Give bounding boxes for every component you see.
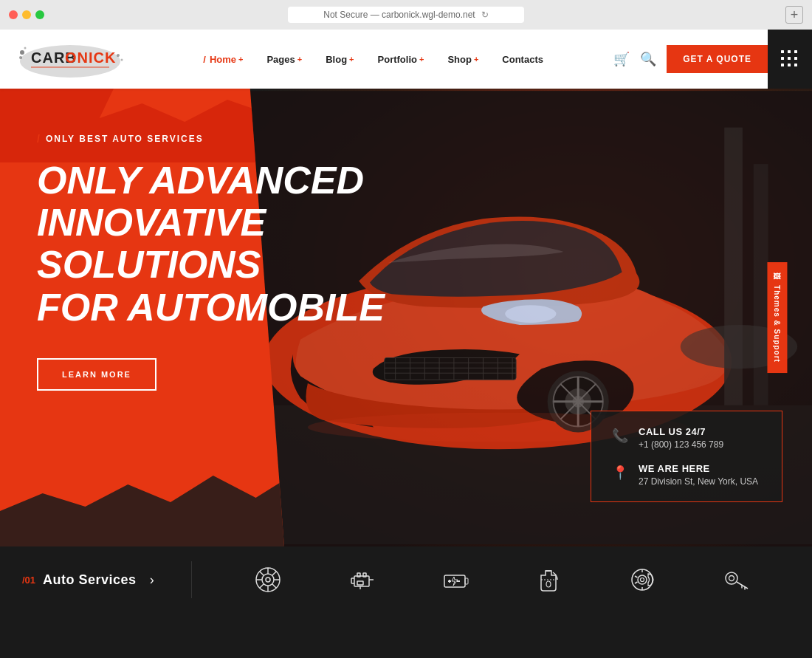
themes-support-tab[interactable]: 🖼 Themes & Support (768, 262, 788, 373)
svg-line-47 (272, 572, 277, 576)
service-icon-oil[interactable] (534, 565, 563, 594)
bottom-bar: /01 Auto Services › (0, 546, 812, 658)
url-text: Not Secure — carbonick.wgl-demo.net (323, 10, 475, 20)
header-actions: 🛒 🔍 GET A QUOTE (613, 45, 768, 73)
engine-icon (347, 565, 376, 594)
svg-line-45 (260, 572, 264, 576)
grid-dots (781, 50, 799, 68)
location-icon: 📍 (612, 465, 628, 481)
nav-contacts-label: Contacts (502, 54, 543, 65)
themes-icon: 🖼 (774, 273, 782, 281)
service-icon-key[interactable] (721, 565, 751, 594)
svg-point-5 (121, 58, 123, 61)
eyebrow-slash: / (37, 133, 41, 145)
svg-point-74 (729, 576, 734, 581)
svg-line-48 (260, 584, 264, 589)
dot (788, 57, 791, 60)
phone-value: +1 (800) 123 456 789 (639, 439, 723, 450)
brake-icon (627, 565, 657, 594)
nav-item-pages[interactable]: Pages + (256, 48, 312, 71)
svg-point-67 (638, 575, 647, 584)
close-button[interactable] (9, 10, 18, 19)
get-quote-button[interactable]: GET A QUOTE (667, 45, 768, 73)
services-number: /01 (22, 575, 35, 586)
nav-home-plus: + (238, 55, 243, 64)
service-icon-wheel[interactable] (253, 565, 283, 594)
hero-title-line1: Only Advanced (37, 159, 364, 202)
traffic-lights (9, 10, 44, 19)
nav-pages-plus: + (297, 55, 302, 64)
dot (781, 64, 784, 66)
nav-pages-label: Pages (266, 54, 295, 65)
maximize-button[interactable] (35, 10, 44, 19)
browser-chrome: Not Secure — carbonick.wgl-demo.net ↻ + (0, 0, 812, 30)
oil-icon (534, 565, 563, 594)
address-bar[interactable]: Not Secure — carbonick.wgl-demo.net ↻ (288, 7, 524, 23)
nav-portfolio-plus: + (419, 55, 424, 64)
service-icons-row (192, 561, 812, 598)
service-icon-engine[interactable] (347, 565, 376, 594)
service-icon-battery[interactable] (441, 565, 470, 594)
services-name: Auto Services (43, 572, 137, 588)
dot (781, 50, 784, 53)
site-header: CARB ONICK / Home + Pages + Blog + Por (0, 30, 812, 89)
svg-point-39 (262, 574, 274, 586)
dot (794, 57, 797, 60)
svg-point-73 (726, 572, 737, 584)
eyebrow-text: ONLY BEST AUTO SERVICES (46, 134, 204, 144)
service-icon-brake[interactable] (627, 565, 657, 594)
learn-more-button[interactable]: LEARN MORE (37, 358, 156, 391)
wheel-icon (253, 565, 283, 594)
new-tab-button[interactable]: + (785, 6, 803, 24)
services-arrow[interactable]: › (150, 572, 154, 588)
nav-item-home[interactable]: / Home + (193, 48, 253, 71)
svg-line-72 (635, 582, 638, 583)
search-icon[interactable]: 🔍 (640, 51, 656, 67)
svg-rect-35 (754, 164, 768, 405)
cart-icon[interactable]: 🛒 (613, 51, 630, 67)
hero-title: Only Advanced Innovative Solutions for A… (37, 160, 421, 329)
nav-item-shop[interactable]: Shop + (437, 48, 489, 71)
svg-text:ONICK: ONICK (65, 49, 116, 66)
hero-content: / ONLY BEST AUTO SERVICES Only Advanced … (37, 133, 421, 391)
nav-shop-plus: + (474, 55, 478, 64)
svg-line-71 (635, 576, 638, 578)
minimize-button[interactable] (22, 10, 31, 19)
svg-point-68 (640, 578, 644, 582)
battery-icon (441, 565, 470, 594)
dot (794, 64, 797, 66)
svg-point-12 (505, 305, 556, 323)
nav-item-blog[interactable]: Blog + (315, 48, 364, 71)
nav-blog-label: Blog (326, 54, 347, 65)
svg-point-1 (20, 50, 24, 55)
hero-title-line3: for Automobile (37, 286, 385, 329)
dot (788, 50, 791, 53)
svg-line-46 (272, 584, 277, 589)
address-details: We are Here 27 Division St, New York, US… (639, 463, 758, 487)
phone-icon: 📞 (612, 428, 628, 444)
svg-point-4 (117, 54, 120, 57)
phone-label: Call Us 24/7 (639, 426, 723, 437)
website: CARB ONICK / Home + Pages + Blog + Por (0, 30, 812, 658)
svg-point-3 (24, 47, 27, 49)
logo-svg: CARB ONICK (15, 39, 125, 80)
main-nav: / Home + Pages + Blog + Portfolio + Shop… (133, 48, 613, 71)
nav-portfolio-label: Portfolio (378, 54, 417, 65)
svg-rect-51 (363, 573, 366, 577)
phone-info: 📞 Call Us 24/7 +1 (800) 123 456 789 (612, 426, 761, 450)
themes-label: Themes & Support (774, 285, 782, 363)
services-label[interactable]: /01 Auto Services › (0, 561, 192, 598)
nav-item-portfolio[interactable]: Portfolio + (368, 48, 435, 71)
hero-section: / ONLY BEST AUTO SERVICES Only Advanced … (0, 89, 812, 546)
svg-point-65 (546, 581, 551, 587)
nav-item-contacts[interactable]: Contacts (492, 48, 554, 71)
dot (794, 50, 797, 53)
grid-menu-icon[interactable] (768, 30, 812, 89)
logo[interactable]: CARB ONICK (15, 39, 133, 80)
refresh-icon[interactable]: ↻ (481, 10, 489, 20)
dot (781, 57, 784, 60)
section-number: /01 (22, 575, 35, 586)
nav-blog-plus: + (349, 55, 354, 64)
info-box: 📞 Call Us 24/7 +1 (800) 123 456 789 📍 We… (591, 411, 782, 502)
address-value: 27 Division St, New York, USA (639, 476, 758, 487)
